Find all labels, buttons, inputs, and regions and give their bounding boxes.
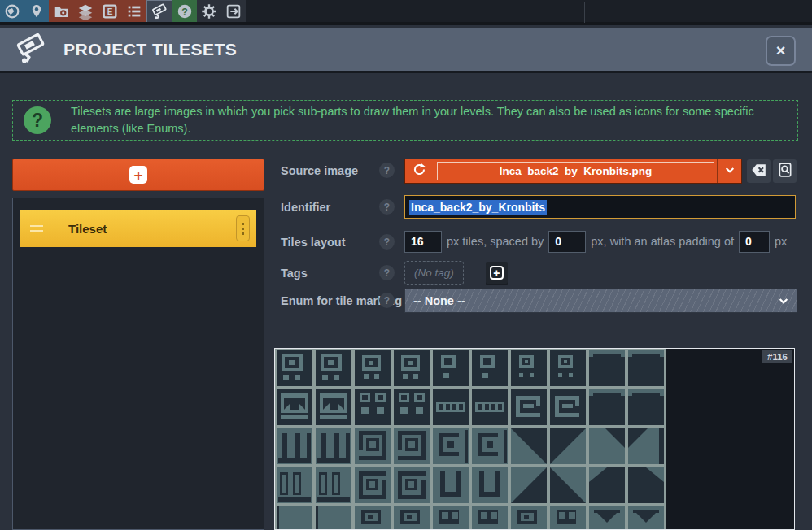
item-menu-button[interactable] (236, 215, 250, 241)
tiles-layout-text1: px tiles, spaced by (447, 235, 544, 248)
project-settings-button[interactable] (49, 0, 73, 22)
level-list-button[interactable] (122, 0, 146, 22)
ldtk-project-tilesets-window: E ? PROJECT TILESETS × ? Tilesets are la… (0, 0, 812, 530)
clear-image-button[interactable] (747, 159, 771, 183)
layers-icon (76, 2, 94, 20)
source-image-dropdown-button[interactable] (717, 159, 741, 183)
plus-icon: + (490, 266, 504, 280)
tileset-item-label: Tileset (68, 222, 107, 236)
source-image-label: Source image (281, 164, 358, 177)
tags-label: Tags (281, 267, 308, 280)
reload-image-button[interactable] (405, 159, 434, 183)
svg-text:E: E (107, 7, 113, 16)
tile-size-input[interactable]: 16 (404, 231, 442, 253)
exit-button[interactable] (221, 0, 246, 22)
paint-roller-icon (151, 2, 168, 20)
question-circle-icon: ? (24, 106, 51, 134)
tiles-layout-text2: px, with an atlas padding of (591, 235, 734, 248)
tiles-layout-label: Tiles layout (281, 236, 346, 249)
gear-icon (200, 2, 218, 20)
magnifier-icon (777, 162, 793, 181)
tileset-preview[interactable]: #116 (274, 348, 795, 530)
source-image-filename[interactable]: Inca_back2_by_Kronbits.png (437, 162, 714, 180)
page-title: PROJECT TILESETS (63, 40, 237, 59)
paint-roller-icon (13, 31, 49, 68)
e-box-icon: E (101, 2, 119, 20)
backspace-clear-icon (750, 161, 768, 182)
add-tag-button[interactable]: + (486, 262, 508, 284)
folder-gear-icon (52, 2, 70, 20)
tilesets-button-active[interactable] (146, 0, 172, 22)
settings-button[interactable] (197, 0, 221, 22)
tileset-list-item-selected[interactable]: Tileset (20, 210, 256, 247)
atlas-padding-input[interactable]: 0 (739, 231, 770, 253)
top-toolbar: E ? (0, 0, 812, 25)
enum-select-value: -- None -- (413, 294, 465, 307)
help-icon[interactable]: ? (379, 265, 395, 280)
help-icon[interactable]: ? (379, 199, 395, 215)
enum-select[interactable]: -- None -- (404, 289, 797, 313)
tags-row: (No tag) + (404, 261, 508, 285)
panel-header: PROJECT TILESETS × (0, 28, 812, 73)
tiles-layout-text3: px (775, 235, 787, 248)
identifier-input[interactable]: Inca_back2_by_Kronbits (404, 195, 796, 219)
chevron-down-icon (777, 294, 790, 307)
levels-button[interactable] (24, 0, 49, 22)
exit-door-icon (225, 2, 242, 20)
help-icon[interactable]: ? (379, 293, 395, 308)
toolbar-separator (584, 2, 585, 23)
identifier-label: Identifier (281, 201, 330, 214)
world-button[interactable] (0, 0, 24, 22)
help-icon[interactable]: ? (379, 234, 395, 250)
tile-spacing-input[interactable]: 0 (548, 231, 586, 253)
help-note: ? Tilesets are large images in which you… (12, 100, 798, 141)
refresh-icon (412, 162, 427, 180)
help-icon[interactable]: ? (379, 163, 395, 178)
locate-image-button[interactable] (773, 159, 797, 183)
chevron-down-icon (723, 163, 736, 180)
tileset-image (275, 349, 666, 530)
tile-count-badge: #116 (762, 350, 792, 363)
help-button[interactable]: ? (172, 0, 197, 22)
svg-text:?: ? (181, 6, 188, 17)
map-pin-icon (28, 3, 45, 20)
drag-handle-icon[interactable] (30, 225, 43, 232)
plus-icon: + (129, 166, 147, 184)
tiles-layout-row: 16 px tiles, spaced by 0 px, with an atl… (404, 230, 787, 253)
identifier-value-selected: Inca_back2_by_Kronbits (409, 200, 547, 215)
globe-icon (3, 2, 21, 20)
question-circle-icon: ? (176, 2, 194, 20)
help-text: Tilesets are large images in which you p… (71, 103, 787, 137)
add-tileset-button[interactable]: + (12, 159, 264, 191)
list-icon (125, 2, 143, 20)
source-image-widget: Inca_back2_by_Kronbits.png (404, 159, 742, 184)
enums-button[interactable]: E (98, 0, 122, 22)
tileset-list-panel: Tileset (12, 198, 264, 530)
no-tag-placeholder[interactable]: (No tag) (404, 261, 464, 285)
layers-button[interactable] (73, 0, 98, 22)
close-button[interactable]: × (766, 36, 796, 66)
